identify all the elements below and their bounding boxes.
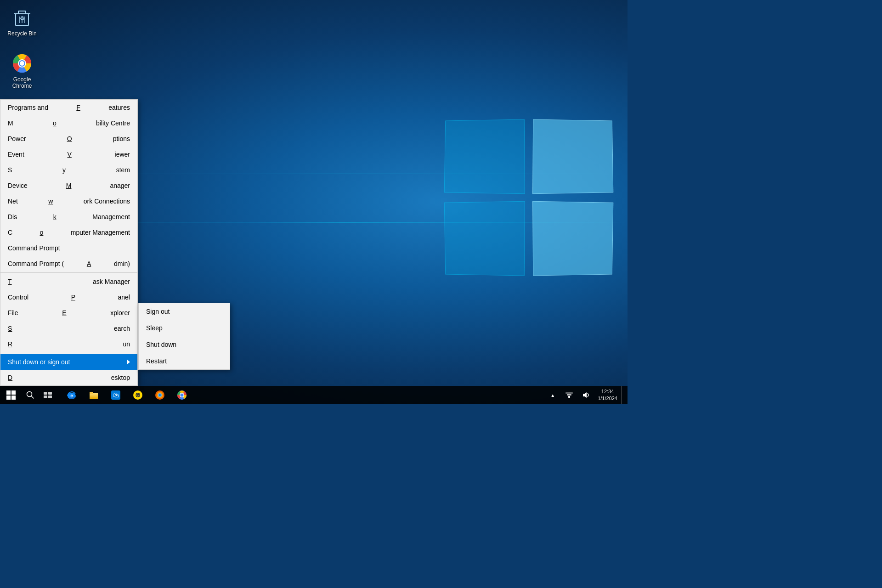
svg-rect-41 — [567, 394, 571, 396]
task-view-button[interactable] — [39, 386, 57, 404]
svg-marker-43 — [583, 392, 587, 398]
taskbar-firefox[interactable] — [149, 386, 171, 404]
taskbar-search-button[interactable] — [22, 386, 39, 404]
chrome-desktop-icon[interactable]: chrome GoogleChrome — [4, 51, 40, 91]
system-tray: ▲ 12:34 1/1/2024 — [544, 386, 628, 404]
submenu-arrow — [127, 360, 130, 364]
tray-volume[interactable] — [577, 386, 594, 404]
menu-shut-down[interactable]: Shut down or sign out Sign out Sleep Shu… — [0, 354, 137, 370]
chevron-up-icon: ▲ — [550, 393, 555, 398]
chrome-icon-image: chrome — [11, 52, 33, 74]
submenu: Sign out Sleep Shut down Restart — [138, 303, 230, 370]
tray-time[interactable]: 12:34 1/1/2024 — [594, 388, 621, 402]
tray-network[interactable] — [561, 386, 577, 404]
menu-disk-management[interactable]: Disk Management — [0, 209, 137, 225]
svg-rect-20 — [44, 392, 47, 395]
desktop: ♻ Recycle Bin chrome — [0, 0, 628, 404]
tray-chevron[interactable]: ▲ — [544, 386, 561, 404]
svg-point-11 — [20, 61, 24, 66]
svg-text:🛍: 🛍 — [113, 391, 119, 399]
chrome-label: GoogleChrome — [12, 76, 32, 90]
start-icon — [6, 390, 16, 400]
menu-file-explorer[interactable]: File Explorer — [0, 305, 137, 321]
svg-text:♻: ♻ — [20, 15, 25, 22]
submenu-shut-down[interactable]: Shut down — [139, 336, 230, 353]
taskbar: e — [0, 386, 628, 404]
svg-line-19 — [31, 396, 34, 398]
recycle-bin-image: ♻ — [11, 6, 33, 28]
submenu-restart[interactable]: Restart — [139, 353, 230, 369]
recycle-bin-label: Recycle Bin — [7, 30, 36, 37]
taskbar-store[interactable]: 🛍 — [105, 386, 127, 404]
menu-command-prompt[interactable]: Command Prompt — [0, 240, 137, 256]
svg-point-39 — [181, 394, 184, 397]
menu-power-options[interactable]: Power Options — [0, 131, 137, 147]
svg-rect-42 — [565, 392, 573, 394]
svg-rect-21 — [48, 392, 52, 395]
menu-network-connections[interactable]: Network Connections — [0, 193, 137, 209]
context-menu: Programs and Features Mobility Centre Po… — [0, 99, 138, 386]
tray-show-desktop[interactable] — [621, 386, 624, 404]
menu-device-manager[interactable]: Device Manager — [0, 178, 137, 193]
taskbar-apps: e — [61, 386, 193, 404]
svg-rect-40 — [568, 396, 570, 398]
taskbar-chrome[interactable] — [171, 386, 193, 404]
menu-system[interactable]: System — [0, 162, 137, 178]
menu-search[interactable]: Search — [0, 321, 137, 336]
menu-event-viewer[interactable]: Event Viewer — [0, 147, 137, 162]
svg-rect-23 — [48, 396, 52, 398]
windows-logo — [444, 119, 614, 285]
svg-point-36 — [159, 394, 161, 396]
start-button[interactable] — [0, 386, 22, 404]
menu-task-manager[interactable]: Task Manager — [0, 274, 137, 289]
taskbar-norton[interactable] — [127, 386, 149, 404]
separator-2 — [0, 353, 137, 353]
recycle-bin-icon[interactable]: ♻ Recycle Bin — [4, 5, 40, 39]
menu-control-panel[interactable]: Control Panel — [0, 289, 137, 305]
svg-text:e: e — [70, 393, 73, 398]
menu-command-prompt-admin[interactable]: Command Prompt (Admin) — [0, 256, 137, 271]
submenu-sign-out[interactable]: Sign out — [139, 303, 230, 320]
tray-date-display: 1/1/2024 — [598, 395, 617, 402]
menu-run[interactable]: Run — [0, 336, 137, 352]
submenu-sleep[interactable]: Sleep — [139, 320, 230, 336]
taskbar-edge[interactable]: e — [61, 386, 83, 404]
svg-rect-28 — [90, 392, 93, 394]
tray-time-display: 12:34 — [598, 388, 617, 395]
svg-rect-22 — [44, 396, 47, 398]
menu-programs-features[interactable]: Programs and Features — [0, 100, 137, 115]
menu-mobility-centre[interactable]: Mobility Centre — [0, 115, 137, 131]
menu-computer-management[interactable]: Computer Management — [0, 225, 137, 240]
separator-1 — [0, 272, 137, 273]
menu-desktop[interactable]: Desktop — [0, 370, 137, 385]
taskbar-file-explorer[interactable] — [83, 386, 105, 404]
